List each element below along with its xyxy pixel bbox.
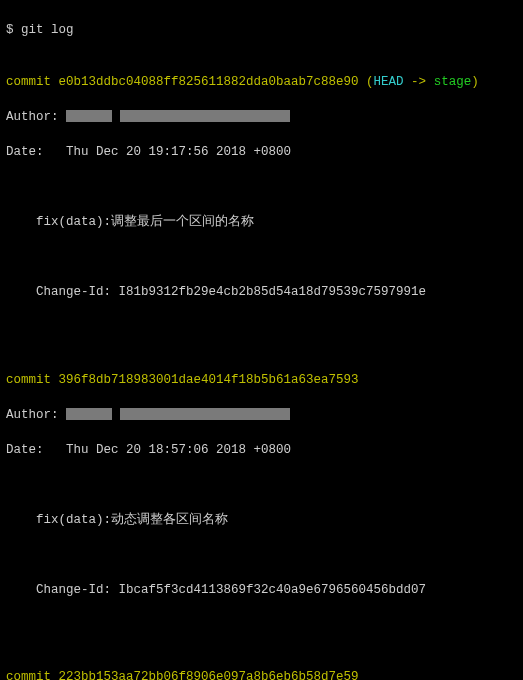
redacted-email <box>120 408 290 420</box>
prompt: $ <box>6 23 21 37</box>
commit-hash: e0b13ddbc04088ff825611882dda0baab7c88e90 <box>59 75 359 89</box>
redacted-author <box>66 408 112 420</box>
commit-hash: 396f8db718983001dae4014f18b5b61a63ea7593 <box>59 373 359 387</box>
change-id: Change-Id: I81b9312fb29e4cb2b85d54a18d79… <box>6 284 517 302</box>
date-line: Date: Thu Dec 20 19:17:56 2018 +0800 <box>6 144 517 162</box>
refs: ( <box>359 75 374 89</box>
commit-msg: fix(data):动态调整各区间名称 <box>6 512 517 530</box>
commit-keyword: commit <box>6 670 59 680</box>
date-line: Date: Thu Dec 20 18:57:06 2018 +0800 <box>6 442 517 460</box>
change-id: Change-Id: Ibcaf5f3cd4113869f32c40a9e679… <box>6 582 517 600</box>
redacted-author <box>66 110 112 122</box>
commit-keyword: commit <box>6 75 59 89</box>
author-line: Author: <box>6 407 517 425</box>
commit-hash: 223bb153aa72bb06f8906e097a8b6eb6b58d7e59 <box>59 670 359 680</box>
terminal-output: $ git log commit e0b13ddbc04088ff8256118… <box>0 0 523 680</box>
redacted-email <box>120 110 290 122</box>
author-line: Author: <box>6 109 517 127</box>
commit-keyword: commit <box>6 373 59 387</box>
branch-name: stage <box>434 75 472 89</box>
commit-msg: fix(data):调整最后一个区间的名称 <box>6 214 517 232</box>
command: git log <box>21 23 74 37</box>
prompt-line[interactable]: $ git log <box>6 22 517 40</box>
head-ref: HEAD <box>374 75 404 89</box>
ref-arrow: -> <box>404 75 434 89</box>
